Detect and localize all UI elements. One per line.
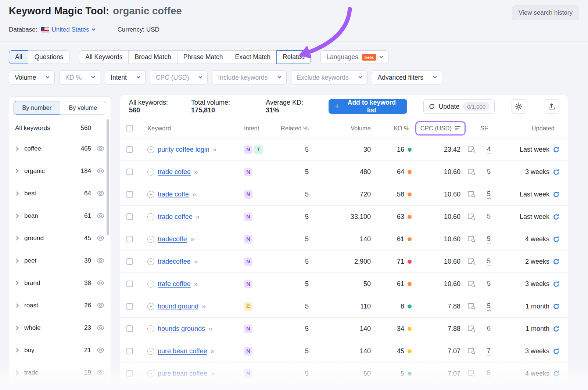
keyword-link[interactable]: tradecoffee	[158, 258, 191, 266]
row-checkbox[interactable]	[126, 281, 133, 287]
serp-features-icon[interactable]	[468, 236, 476, 242]
filter-kd-[interactable]: KD %	[59, 71, 100, 84]
refresh-icon[interactable]	[553, 325, 560, 332]
column-related[interactable]: Related %	[279, 125, 314, 132]
sf-link[interactable]: 5	[487, 168, 491, 176]
sf-link[interactable]: 5	[487, 369, 491, 378]
cpc-column-highlight-annotation[interactable]: CPC (USD)	[415, 121, 466, 136]
serp-features-icon[interactable]	[468, 213, 476, 220]
sidebar-item-roast[interactable]: roast 26	[9, 294, 111, 317]
tab-phrase-match[interactable]: Phrase Match	[177, 50, 229, 64]
filter-cpc-usd-[interactable]: CPC (USD)	[150, 71, 208, 84]
add-keyword-icon[interactable]: +	[147, 370, 154, 377]
expand-keyword-icon[interactable]: »	[194, 257, 198, 266]
expand-keyword-icon[interactable]: »	[190, 235, 194, 243]
keyword-link[interactable]: trafe coffee	[158, 280, 191, 288]
sidebar-item-peet[interactable]: peet 39	[9, 249, 111, 272]
row-checkbox[interactable]	[126, 348, 133, 354]
row-checkbox[interactable]	[126, 258, 133, 265]
serp-features-icon[interactable]	[468, 281, 476, 287]
serp-features-icon[interactable]	[468, 325, 476, 332]
expand-keyword-icon[interactable]: »	[196, 213, 200, 221]
add-keyword-icon[interactable]: +	[147, 236, 154, 243]
serp-features-icon[interactable]	[468, 348, 476, 354]
sidebar-item-whole[interactable]: whole 23	[9, 317, 111, 339]
refresh-icon[interactable]	[553, 348, 560, 355]
sidebar-item-trade[interactable]: trade 19	[9, 361, 111, 384]
keyword-link[interactable]: trade coffe	[158, 191, 189, 198]
sf-link[interactable]: 5	[487, 213, 491, 221]
sidebar-item-organic[interactable]: organic 184	[9, 160, 111, 182]
expand-keyword-icon[interactable]: »	[213, 145, 217, 154]
eye-icon[interactable]	[97, 258, 105, 263]
by-number-toggle[interactable]: By number	[14, 101, 60, 115]
add-keyword-icon[interactable]: +	[147, 191, 154, 198]
eye-icon[interactable]	[97, 325, 105, 331]
sidebar-item-ground[interactable]: ground 45	[9, 227, 111, 249]
by-volume-toggle[interactable]: By volume	[60, 101, 107, 115]
add-keyword-icon[interactable]: +	[147, 303, 154, 310]
update-button[interactable]: Update 0/1,000	[423, 99, 495, 114]
sidebar-item-bean[interactable]: bean 61	[9, 205, 111, 227]
refresh-icon[interactable]	[553, 146, 560, 153]
expand-keyword-icon[interactable]: »	[202, 302, 206, 310]
refresh-icon[interactable]	[553, 236, 560, 243]
view-search-history-button[interactable]: View search history	[512, 6, 579, 20]
tab-all[interactable]: All	[9, 50, 28, 64]
column-updated[interactable]: Updated	[497, 125, 568, 132]
eye-icon[interactable]	[97, 191, 105, 196]
expand-keyword-icon[interactable]: »	[194, 168, 198, 176]
keyword-link[interactable]: hounds grounds	[158, 325, 205, 333]
sidebar-item-all-keywords[interactable]: All keywords 560	[9, 119, 111, 137]
filter-intent[interactable]: Intent	[105, 71, 146, 84]
serp-features-icon[interactable]	[468, 370, 476, 377]
sf-link[interactable]: 5	[487, 280, 491, 288]
expand-keyword-icon[interactable]: »	[192, 190, 196, 198]
expand-keyword-icon[interactable]: »	[194, 280, 198, 288]
refresh-icon[interactable]	[553, 370, 560, 377]
add-keyword-icon[interactable]: +	[147, 325, 154, 332]
row-checkbox[interactable]	[126, 191, 133, 198]
refresh-icon[interactable]	[553, 191, 560, 198]
refresh-icon[interactable]	[553, 213, 560, 220]
languages-dropdown[interactable]: Languages beta	[320, 50, 388, 64]
eye-icon[interactable]	[97, 235, 105, 241]
keyword-link[interactable]: purity coffee login	[158, 146, 209, 154]
row-checkbox[interactable]	[126, 146, 133, 153]
filter-advanced-filters[interactable]: Advanced filters	[372, 71, 442, 84]
select-all-checkbox[interactable]	[126, 125, 133, 131]
serp-features-icon[interactable]	[468, 303, 476, 310]
eye-icon[interactable]	[97, 347, 105, 353]
filter-exclude-keywords[interactable]: Exclude keywords	[291, 71, 368, 84]
add-keyword-icon[interactable]: +	[147, 281, 154, 288]
keyword-link[interactable]: tradecoffe	[158, 235, 187, 243]
row-checkbox[interactable]	[126, 169, 133, 175]
keyword-link[interactable]: trade cofee	[158, 168, 191, 176]
sidebar-item-best[interactable]: best 64	[9, 182, 111, 205]
serp-features-icon[interactable]	[468, 146, 476, 153]
export-button[interactable]	[545, 99, 559, 114]
row-checkbox[interactable]	[126, 370, 133, 377]
add-to-keyword-list-button[interactable]: + Add to keyword list	[329, 99, 407, 114]
tab-exact-match[interactable]: Exact Match	[229, 50, 277, 64]
sf-link[interactable]: 4	[487, 145, 491, 154]
add-keyword-icon[interactable]: +	[147, 258, 154, 265]
expand-keyword-icon[interactable]: »	[211, 369, 215, 378]
refresh-icon[interactable]	[553, 303, 560, 310]
keyword-link[interactable]: pure bean coffee	[158, 347, 207, 355]
sidebar-item-coffee[interactable]: coffee 465	[9, 137, 111, 160]
column-volume[interactable]: Volume	[314, 125, 376, 132]
row-checkbox[interactable]	[126, 325, 133, 332]
eye-icon[interactable]	[97, 303, 105, 308]
refresh-icon[interactable]	[553, 281, 560, 288]
sf-link[interactable]: 7	[487, 347, 491, 355]
filter-include-keywords[interactable]: Include keywords	[212, 71, 286, 84]
add-keyword-icon[interactable]: +	[147, 146, 154, 153]
sidebar-scrollbar[interactable]	[107, 119, 109, 235]
keyword-link[interactable]: pure bean coffee	[158, 370, 207, 378]
eye-icon[interactable]	[97, 370, 105, 375]
refresh-icon[interactable]	[553, 169, 560, 176]
sidebar-item-brand[interactable]: brand 38	[9, 272, 111, 294]
sf-link[interactable]: 6	[487, 325, 491, 333]
column-kd[interactable]: KD %	[376, 125, 413, 132]
